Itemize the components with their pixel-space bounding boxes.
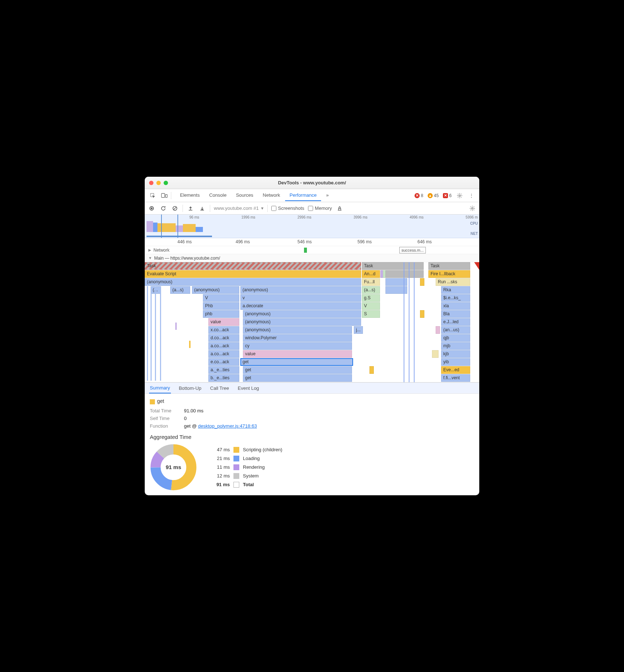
flame-frame[interactable]: a.decorate <box>240 302 361 310</box>
flame-frame[interactable]: Eve...ed <box>441 366 470 374</box>
target-dropdown[interactable]: www.youtube.com #1▾ <box>214 205 264 211</box>
clear-icon[interactable] <box>171 204 179 212</box>
flame-frame[interactable]: cy <box>243 342 352 350</box>
flame-frame[interactable]: An...d <box>362 270 380 278</box>
flame-frame[interactable]: a.co...ack <box>208 350 239 358</box>
flame-frame[interactable]: Fu...ll <box>362 278 380 286</box>
reload-icon[interactable] <box>159 204 167 212</box>
flame-frame[interactable]: a.co...ack <box>208 342 239 350</box>
screenshots-checkbox[interactable]: Screenshots <box>271 205 304 211</box>
flame-frame[interactable]: phb <box>203 310 239 318</box>
flame-frame[interactable]: mjb <box>441 342 470 350</box>
warnings-badge[interactable]: ▲45 <box>426 193 440 198</box>
flame-frame[interactable]: (... <box>151 286 161 294</box>
network-request[interactable] <box>304 248 307 253</box>
flame-frame[interactable]: (anonymous) <box>192 286 239 294</box>
flame-frame[interactable]: window.Polymer <box>243 334 352 342</box>
flame-frame[interactable]: kjb <box>441 350 470 358</box>
time-ruler[interactable]: 446 ms 496 ms 546 ms 596 ms 646 ms <box>145 238 479 246</box>
flame-frame[interactable]: S <box>362 310 380 318</box>
network-track[interactable]: ▶ Network success.m... <box>145 246 479 254</box>
flame-frame[interactable]: Bla <box>441 310 470 318</box>
flame-frame[interactable]: qjb <box>441 334 470 342</box>
tab-bottomup[interactable]: Bottom-Up <box>178 383 202 393</box>
tab-network[interactable]: Network <box>259 190 285 201</box>
flame-frame[interactable]: (anonymous) <box>243 318 361 326</box>
flame-frame[interactable] <box>420 310 424 318</box>
flame-frame[interactable]: a._e...ties <box>208 366 239 374</box>
collapse-icon[interactable]: ▼ <box>148 256 152 260</box>
flame-frame[interactable]: value <box>208 318 239 326</box>
settings-icon[interactable] <box>468 204 476 212</box>
flame-chart[interactable]: Task Task Task Evaluate Script An...d Fi… <box>145 262 479 382</box>
device-icon[interactable] <box>159 191 169 201</box>
flame-frame[interactable]: (a...s) <box>362 286 380 294</box>
flame-frame[interactable]: (anonymous) <box>145 278 361 286</box>
legend-swatch <box>233 482 239 488</box>
overview-timeline[interactable]: . 96 ms 1996 ms 2996 ms 3996 ms 4996 ms … <box>145 215 479 238</box>
inspect-icon[interactable] <box>148 191 158 201</box>
flame-frame[interactable] <box>369 366 374 374</box>
tab-console[interactable]: Console <box>205 190 231 201</box>
record-icon[interactable] <box>148 204 156 212</box>
flame-frame[interactable]: j... <box>354 326 363 334</box>
flame-frame[interactable]: get <box>243 366 352 374</box>
flame-frame[interactable]: b._e...ties <box>208 374 239 382</box>
zoom-icon[interactable] <box>164 181 168 185</box>
overview-window-left[interactable] <box>161 215 162 238</box>
memory-checkbox[interactable]: Memory <box>308 205 332 211</box>
tab-eventlog[interactable]: Event Log <box>237 383 260 393</box>
minimize-icon[interactable] <box>156 181 161 185</box>
flame-frame[interactable]: Fire I...llback <box>428 270 470 278</box>
flame-task[interactable]: Task <box>428 262 470 270</box>
flame-frame[interactable]: $i.e...ks_ <box>441 294 470 302</box>
flame-frame[interactable]: Run ...sks <box>436 278 470 286</box>
flame-frame[interactable]: value <box>243 350 352 358</box>
function-link[interactable]: desktop_polymer.js:4718:63 <box>198 423 257 429</box>
flame-frame[interactable]: xla <box>441 302 470 310</box>
flame-frame[interactable]: v <box>240 294 361 302</box>
flame-frame[interactable]: get <box>243 374 352 382</box>
flame-frame[interactable]: f.fi...vent <box>441 374 470 382</box>
tab-overflow[interactable]: » <box>322 190 333 201</box>
flame-frame[interactable]: x.co...ack <box>208 326 239 334</box>
flame-frame[interactable]: (anonymous) <box>243 310 361 318</box>
flame-frame[interactable]: e.co...ack <box>208 358 239 366</box>
flame-frame[interactable]: (an...us) <box>441 326 470 334</box>
tab-summary[interactable]: Summary <box>149 383 171 393</box>
flame-frame[interactable]: (anonymous) <box>240 286 361 294</box>
gear-icon[interactable] <box>455 191 465 201</box>
more-icon[interactable]: ⋮ <box>466 191 476 201</box>
errors-badge[interactable]: ✕8 <box>413 193 425 198</box>
flame-frame[interactable] <box>420 278 424 286</box>
tab-sources[interactable]: Sources <box>232 190 258 201</box>
flame-frame[interactable]: g.S <box>362 294 380 302</box>
tab-performance[interactable]: Performance <box>285 190 321 201</box>
close-icon[interactable] <box>149 181 153 185</box>
download-icon[interactable] <box>198 204 206 212</box>
blocked-badge[interactable]: ✕6 <box>441 193 453 198</box>
garbage-icon[interactable] <box>336 204 344 212</box>
flame-task[interactable]: Task <box>145 262 361 270</box>
tab-elements[interactable]: Elements <box>176 190 204 201</box>
main-track-header[interactable]: ▼ Main — https://www.youtube.com/ <box>145 254 479 262</box>
flame-frame[interactable]: Rka <box>441 286 470 294</box>
flame-frame[interactable]: Phb <box>203 302 239 310</box>
tab-calltree[interactable]: Call Tree <box>209 383 230 393</box>
flame-frame[interactable]: (anonymous) <box>243 326 352 334</box>
flame-frame[interactable]: e.J...led <box>441 318 470 326</box>
upload-icon[interactable] <box>187 204 195 212</box>
flame-frame[interactable] <box>432 350 439 358</box>
overview-window-right[interactable] <box>177 215 178 238</box>
flame-frame[interactable]: yib <box>441 358 470 366</box>
flame-frame[interactable]: (a...s) <box>170 286 190 294</box>
flame-frame[interactable]: d.co...ack <box>208 334 239 342</box>
flame-frame[interactable]: V <box>203 294 239 302</box>
flame-frame[interactable]: V <box>362 302 380 310</box>
overview-ticks: . 96 ms 1996 ms 2996 ms 3996 ms 4996 ms … <box>145 215 479 220</box>
flame-frame[interactable] <box>436 326 440 334</box>
network-request-label[interactable]: success.m... <box>399 247 426 253</box>
flame-frame-selected[interactable]: get <box>240 358 353 366</box>
flame-frame[interactable]: Evaluate Script <box>145 270 361 278</box>
collapse-icon[interactable]: ▶ <box>148 248 151 252</box>
